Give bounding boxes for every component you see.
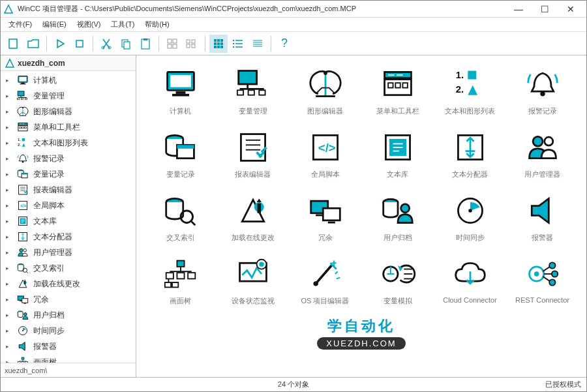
- tree-item[interactable]: 用户归档: [1, 307, 136, 323]
- tree-item[interactable]: 时间同步: [1, 323, 136, 339]
- cloud-icon: [449, 256, 491, 292]
- tree-item[interactable]: 画面树: [1, 354, 136, 363]
- menu-view[interactable]: 视图(V): [72, 18, 106, 31]
- tree-item[interactable]: 加载在线更改: [1, 276, 136, 292]
- grid-item[interactable]: 报警记录: [509, 63, 576, 119]
- grid-item-label: 报警记录: [528, 106, 557, 116]
- maximize-button[interactable]: ☐: [532, 1, 558, 17]
- small-icons-button[interactable]: [183, 35, 201, 53]
- grid-item[interactable]: OS 项目编辑器: [292, 253, 359, 309]
- tree-item-label: 画面树: [33, 357, 57, 363]
- grid-item[interactable]: Cloud Connector: [436, 253, 504, 309]
- svg-rect-18: [220, 39, 223, 42]
- tree-item[interactable]: 文本和图形列表: [1, 135, 136, 151]
- menu-edit[interactable]: 编辑(E): [37, 18, 72, 31]
- tree-item[interactable]: 报表编辑器: [1, 182, 136, 198]
- view-list-button[interactable]: [229, 35, 247, 53]
- tree-item[interactable]: 交叉索引: [1, 260, 136, 276]
- user-icon: [522, 129, 564, 166]
- userarch-icon: [16, 309, 29, 321]
- new-button[interactable]: [5, 35, 23, 53]
- tree-item[interactable]: 报警器: [1, 339, 136, 354]
- open-button[interactable]: [24, 35, 42, 53]
- computer-icon: [16, 74, 29, 86]
- tree-view[interactable]: 计算机变量管理图形编辑器菜单和工具栏文本和图形列表报警记录变量记录报表编辑器全局…: [1, 71, 136, 363]
- tree-item[interactable]: 变量管理: [1, 88, 136, 104]
- tree-item-label: 报表编辑器: [33, 185, 72, 196]
- grid-item[interactable]: 变量模拟: [364, 253, 431, 309]
- tree-item[interactable]: 变量记录: [1, 166, 136, 182]
- grid-item[interactable]: 变量管理: [219, 63, 286, 119]
- toolbar: ?: [1, 32, 586, 55]
- grid-item[interactable]: 图形编辑器: [292, 63, 359, 119]
- large-icons-button[interactable]: [163, 35, 181, 53]
- grid-item[interactable]: 时间同步: [436, 190, 504, 245]
- horn-icon: [522, 192, 564, 229]
- separator: [46, 36, 47, 52]
- tree-item[interactable]: 菜单和工具栏: [1, 119, 136, 135]
- tree-item[interactable]: 全局脚本: [1, 198, 136, 213]
- paste-button[interactable]: [136, 35, 155, 53]
- watermark-title: 学自动化: [136, 316, 586, 336]
- watermark-url: XUEZDH.COM: [317, 337, 405, 350]
- menu-tools[interactable]: 工具(T): [106, 18, 140, 31]
- view-details-button[interactable]: [248, 35, 267, 53]
- grid-item[interactable]: 计算机: [147, 63, 214, 119]
- tree-item[interactable]: 报警记录: [1, 151, 136, 166]
- app-icon: [3, 4, 14, 14]
- svg-rect-9: [173, 39, 177, 43]
- grid-item[interactable]: 冗余: [292, 190, 359, 245]
- menu-help[interactable]: 帮助(H): [140, 18, 174, 31]
- grid-item[interactable]: 文本库: [364, 127, 431, 182]
- grid-item[interactable]: REST Connector: [509, 253, 576, 309]
- grid-item[interactable]: 用户归档: [364, 190, 431, 245]
- copy-button[interactable]: [117, 35, 135, 53]
- status-license: 已授权模式: [389, 380, 581, 389]
- grid-item[interactable]: 变量记录: [147, 127, 214, 182]
- grid-item[interactable]: 文本分配器: [436, 127, 504, 182]
- tree-item[interactable]: 图形编辑器: [1, 104, 136, 119]
- close-button[interactable]: ✕: [558, 1, 584, 17]
- activate-button[interactable]: [51, 35, 69, 53]
- svg-rect-1: [76, 40, 83, 47]
- grid-item[interactable]: 用户管理器: [509, 127, 576, 182]
- redundant-icon: [305, 192, 346, 229]
- grid-item[interactable]: 菜单和工具栏: [364, 63, 431, 119]
- textdist-icon: [16, 231, 29, 243]
- cut-button[interactable]: [97, 35, 115, 53]
- main-panel: 计算机变量管理图形编辑器菜单和工具栏文本和图形列表报警记录变量记录报表编辑器全局…: [136, 55, 586, 377]
- grid-item[interactable]: 报表编辑器: [219, 127, 286, 182]
- tree-item[interactable]: 文本库: [1, 213, 136, 229]
- menu-file[interactable]: 文件(F): [3, 18, 37, 31]
- grid-item[interactable]: 画面树: [147, 253, 214, 309]
- help-button[interactable]: ?: [275, 35, 294, 53]
- textlib-icon: [16, 215, 29, 227]
- grid-item[interactable]: 全局脚本: [292, 127, 359, 182]
- svg-rect-13: [187, 44, 190, 48]
- tree-item[interactable]: 用户管理器: [1, 245, 136, 260]
- grid-item[interactable]: 报警器: [509, 190, 576, 245]
- project-name: xuezdh_com: [18, 59, 65, 68]
- grid-item[interactable]: 文本和图形列表: [436, 63, 504, 119]
- tags-icon: [16, 90, 29, 102]
- tree-item-label: 用户归档: [33, 310, 65, 321]
- content: xuezdh_com 计算机变量管理图形编辑器菜单和工具栏文本和图形列表报警记录…: [1, 55, 586, 377]
- minimize-button[interactable]: —: [505, 1, 532, 17]
- deactivate-button[interactable]: [70, 35, 89, 53]
- svg-rect-23: [217, 46, 220, 48]
- tree-item[interactable]: 计算机: [1, 72, 136, 88]
- grid-item[interactable]: 设备状态监视: [219, 253, 286, 309]
- taglog-icon: [160, 129, 202, 166]
- tree-icon: [160, 256, 202, 292]
- tree-item-label: 时间同步: [33, 325, 65, 337]
- tree-item[interactable]: 文本分配器: [1, 229, 136, 245]
- view-grid-button[interactable]: [209, 35, 228, 53]
- watermark: 学自动化 XUEZDH.COM: [136, 316, 586, 350]
- svg-rect-20: [217, 42, 220, 45]
- tree-item-label: 报警器: [33, 341, 57, 352]
- grid-item[interactable]: 加载在线更改: [219, 190, 286, 245]
- textdist-icon: [449, 129, 491, 166]
- sidebar-header[interactable]: xuezdh_com: [1, 55, 136, 71]
- grid-item[interactable]: 交叉索引: [147, 190, 214, 245]
- tree-item[interactable]: 冗余: [1, 292, 136, 307]
